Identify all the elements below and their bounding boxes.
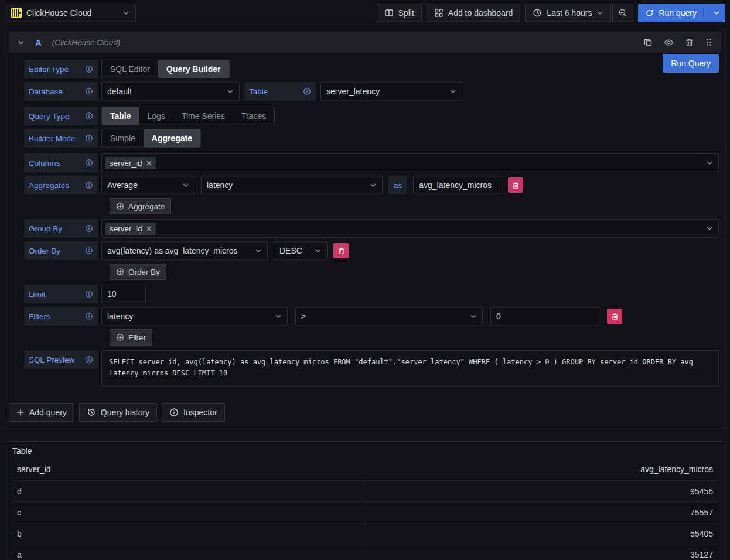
toggle-visibility-eye-icon[interactable] — [664, 37, 674, 47]
builder-mode-simple[interactable]: Simple — [102, 129, 144, 147]
remove-aggregate-button[interactable] — [508, 177, 523, 193]
add-query-button[interactable]: Add query — [9, 403, 74, 422]
datasource-name: ClickHouse Cloud — [26, 8, 118, 18]
remove-tag-icon[interactable] — [146, 161, 152, 166]
filter-value-input[interactable] — [496, 312, 593, 321]
add-filter-button[interactable]: Filter — [110, 329, 152, 346]
query-type-row: Query Type Table Logs Time Series Traces — [24, 107, 719, 125]
cell-server-id: c — [12, 502, 365, 523]
table-label: Table — [244, 82, 316, 101]
builder-mode-row: Builder Mode Simple Aggregate — [24, 129, 719, 148]
drag-handle-icon[interactable] — [705, 37, 713, 47]
panel-title: Table — [5, 442, 725, 458]
query-history-button[interactable]: Query history — [79, 403, 157, 422]
run-query-toolbar-button[interactable]: Run query — [638, 4, 725, 22]
query-header[interactable]: A (ClickHouse Cloud) — [9, 32, 721, 53]
run-query-label: Run query — [659, 8, 697, 18]
table-row[interactable]: c 75557 — [12, 501, 718, 523]
query-type-table[interactable]: Table — [102, 107, 139, 125]
columns-multiselect[interactable]: server_id — [101, 153, 719, 172]
inspector-button[interactable]: Inspector — [162, 403, 225, 422]
remove-filter-button[interactable] — [607, 309, 622, 324]
filter-field-select[interactable]: latency — [101, 307, 288, 326]
query-builder-option[interactable]: Query Builder — [158, 60, 229, 78]
time-picker-group: Last 6 hours — [525, 4, 633, 22]
add-order-by-button[interactable]: Order By — [110, 264, 166, 280]
run-query-panel-button[interactable]: Run Query — [663, 54, 719, 73]
filter-value-field[interactable] — [490, 307, 599, 326]
aggregates-label: Aggregates — [24, 176, 98, 194]
column-header-server-id[interactable]: server_id — [17, 465, 51, 474]
editor-type-switch: SQL Editor Query Builder — [101, 60, 230, 78]
explore-actions: Add query Query history Inspector — [5, 390, 725, 428]
cell-server-id: a — [12, 544, 365, 560]
query-type-label: Query Type — [24, 107, 98, 125]
info-icon[interactable] — [85, 224, 93, 233]
collapse-chevron-icon[interactable] — [17, 39, 25, 46]
remove-tag-icon[interactable] — [146, 226, 152, 231]
delete-query-icon[interactable] — [685, 38, 694, 47]
aggregates-row: Aggregates Average latency as — [24, 176, 719, 194]
table-row[interactable]: a 35127 — [12, 544, 718, 560]
query-type-logs[interactable]: Logs — [139, 107, 173, 125]
sql-preview-text: SELECT server_id, avg(latency) as avg_la… — [101, 350, 719, 387]
info-icon[interactable] — [85, 159, 93, 167]
chevron-down-icon — [275, 313, 282, 320]
database-select[interactable]: default — [101, 82, 240, 101]
chevron-down-icon — [470, 313, 477, 320]
info-icon[interactable] — [85, 87, 93, 95]
editor-type-label: Editor Type — [24, 60, 98, 78]
column-header-avg-latency[interactable]: avg_latency_micros — [365, 465, 718, 474]
query-builder-form: Editor Type SQL Editor Query Builder Dat… — [5, 56, 725, 387]
info-icon[interactable] — [85, 247, 93, 255]
aggregate-function-select[interactable]: Average — [101, 176, 195, 194]
remove-order-by-button[interactable] — [333, 243, 349, 258]
aggregate-alias-field[interactable] — [413, 176, 502, 194]
table-row[interactable]: d 95456 — [12, 480, 718, 501]
info-icon[interactable] — [85, 112, 93, 120]
run-query-main[interactable]: Run query — [639, 8, 704, 18]
column-tag-label: server_id — [110, 159, 142, 168]
table-row[interactable]: b 55405 — [12, 523, 718, 544]
datasource-picker[interactable]: ClickHouse Cloud — [5, 4, 136, 22]
split-button[interactable]: Split — [377, 4, 422, 22]
clock-icon — [533, 8, 542, 18]
filter-operator-select[interactable]: > — [295, 307, 483, 326]
info-icon[interactable] — [303, 87, 311, 95]
chevron-down-icon — [227, 88, 234, 95]
aggregate-alias-input[interactable] — [419, 180, 496, 190]
columns-row: Columns server_id — [24, 153, 719, 172]
cell-avg-latency: 55405 — [365, 529, 718, 538]
table-select[interactable]: server_latency — [320, 82, 462, 101]
cell-server-id: d — [12, 481, 365, 501]
limit-input[interactable] — [107, 289, 140, 299]
query-ref-id[interactable]: A — [35, 37, 42, 47]
add-to-dashboard-button[interactable]: Add to dashboard — [427, 4, 521, 22]
run-query-dropdown[interactable] — [708, 9, 725, 16]
info-icon[interactable] — [85, 290, 93, 298]
info-icon[interactable] — [85, 134, 93, 142]
time-range-button[interactable]: Last 6 hours — [525, 4, 611, 22]
info-icon[interactable] — [85, 65, 93, 73]
info-icon[interactable] — [85, 181, 93, 189]
order-by-field-select[interactable]: avg(latency) as avg_latency_micros — [101, 241, 268, 260]
query-header-actions — [643, 37, 713, 47]
duplicate-query-icon[interactable] — [643, 37, 653, 47]
zoom-out-time-button[interactable] — [612, 4, 633, 22]
add-aggregate-row: Aggregate — [110, 198, 719, 214]
builder-mode-aggregate[interactable]: Aggregate — [144, 129, 200, 147]
sql-editor-option[interactable]: SQL Editor — [102, 60, 158, 78]
info-icon[interactable] — [85, 312, 93, 320]
query-type-time-series[interactable]: Time Series — [173, 107, 233, 125]
info-icon[interactable] — [85, 356, 93, 364]
query-type-traces[interactable]: Traces — [233, 107, 274, 125]
aggregate-column-value: latency — [207, 180, 233, 190]
clickhouse-logo-icon — [11, 8, 22, 18]
aggregate-column-select[interactable]: latency — [201, 176, 383, 194]
group-by-multiselect[interactable]: server_id — [101, 219, 719, 238]
order-by-direction-select[interactable]: DESC — [274, 241, 328, 260]
add-aggregate-button[interactable]: Aggregate — [110, 198, 171, 214]
chevron-down-icon — [713, 9, 720, 16]
limit-field[interactable] — [101, 285, 146, 303]
editor-type-row: Editor Type SQL Editor Query Builder — [24, 60, 719, 78]
